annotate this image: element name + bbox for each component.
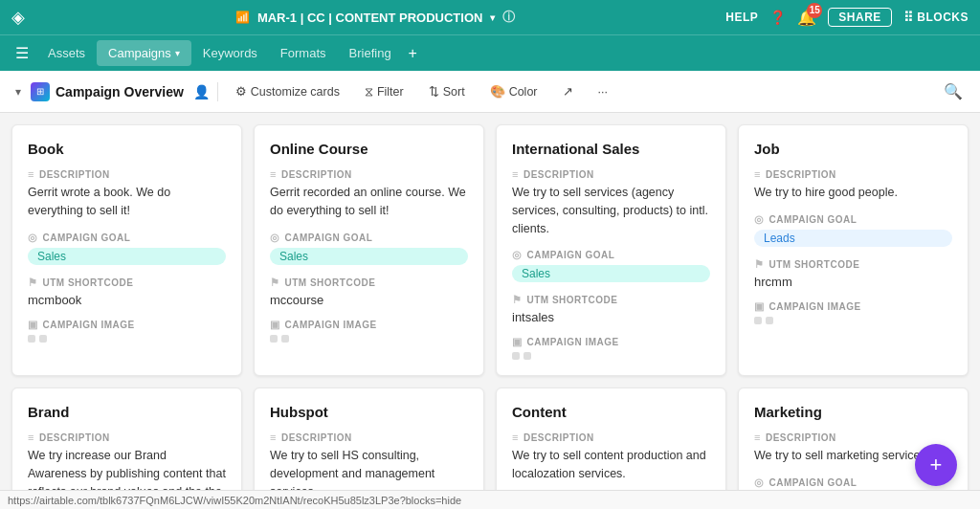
description-label: ≡ DESCRIPTION xyxy=(28,168,226,180)
card-title: International Sales xyxy=(512,141,710,157)
share-icon: ↗ xyxy=(563,84,573,99)
blocks-label: BLOCKS xyxy=(917,11,969,24)
goal-label: ◎ CAMPAIGN GOAL xyxy=(512,249,710,261)
image-label: ▣ CAMPAIGN IMAGE xyxy=(512,336,710,348)
add-record-fab[interactable]: + xyxy=(915,444,957,486)
info-icon[interactable]: ⓘ xyxy=(502,9,515,26)
utm-value: hrcmm xyxy=(754,275,952,289)
nav-campaigns-label: Campaigns xyxy=(108,46,171,60)
image-icon: ▣ xyxy=(512,336,523,348)
image-section: ▣ CAMPAIGN IMAGE xyxy=(754,300,952,324)
goal-badge: Sales xyxy=(28,248,226,265)
hamburger-menu[interactable]: ☰ xyxy=(8,38,36,68)
utm-icon: ⚑ xyxy=(754,258,765,271)
dropdown-arrow[interactable]: ▾ xyxy=(490,12,495,23)
description-label: ≡ DESCRIPTION xyxy=(754,168,952,180)
nav-item-campaigns[interactable]: Campaigns ▾ xyxy=(97,40,191,66)
image-label: ▣ CAMPAIGN IMAGE xyxy=(28,319,226,331)
more-options-button[interactable]: ··· xyxy=(589,80,617,103)
help-icon[interactable]: ❓ xyxy=(769,10,786,25)
sort-label: Sort xyxy=(443,85,465,99)
people-icon[interactable]: 👤 xyxy=(193,84,210,100)
image-dot xyxy=(270,335,278,343)
image-dot xyxy=(754,317,762,324)
status-bar: https://airtable.com/tblk6737FQnM6LJCW/v… xyxy=(0,490,980,509)
image-label: ▣ CAMPAIGN IMAGE xyxy=(754,300,952,313)
image-dot xyxy=(281,335,289,343)
description-icon: ≡ xyxy=(754,432,761,443)
image-dot xyxy=(523,352,531,360)
utm-value: mcmbook xyxy=(28,293,226,307)
customize-label: Customize cards xyxy=(251,85,340,99)
top-bar-title-area: 📶 MAR-1 | CC | CONTENT PRODUCTION ▾ ⓘ xyxy=(235,9,516,26)
utm-section: ⚑ UTM SHORTCODE intsales xyxy=(512,294,710,324)
campaign-card[interactable]: Online Course ≡ DESCRIPTION Gerrit recor… xyxy=(254,124,484,376)
campaign-card[interactable]: Book ≡ DESCRIPTION Gerrit wrote a book. … xyxy=(11,124,242,376)
image-dot xyxy=(766,317,773,324)
nav-item-keywords[interactable]: Keywords xyxy=(191,40,269,66)
customize-cards-button[interactable]: ⚙ Customize cards xyxy=(226,79,349,103)
goal-icon: ◎ xyxy=(270,232,280,244)
share-view-button[interactable]: ↗ xyxy=(553,79,583,103)
utm-section: ⚑ UTM SHORTCODE mccourse xyxy=(270,277,468,307)
color-button[interactable]: 🎨 Color xyxy=(480,79,547,103)
help-label[interactable]: HELP xyxy=(725,11,758,24)
card-title: Job xyxy=(754,141,952,157)
main-content: Book ≡ DESCRIPTION Gerrit wrote a book. … xyxy=(0,113,980,509)
utm-label: ⚑ UTM SHORTCODE xyxy=(754,258,952,271)
toolbar-divider-1 xyxy=(217,82,218,101)
nav-item-assets[interactable]: Assets xyxy=(36,40,97,66)
view-collapse-toggle[interactable]: ▾ xyxy=(11,81,25,102)
view-title-text[interactable]: Campaign Overview xyxy=(56,84,184,100)
utm-value: mccourse xyxy=(270,293,468,307)
image-placeholder xyxy=(28,335,226,343)
sort-button[interactable]: ⇅ Sort xyxy=(419,79,475,103)
description-label: ≡ DESCRIPTION xyxy=(28,432,226,443)
blocks-button[interactable]: ⠿ BLOCKS xyxy=(903,10,969,25)
description-label: ≡ DESCRIPTION xyxy=(512,168,710,180)
nav-item-formats[interactable]: Formats xyxy=(269,40,338,66)
nav-assets-label: Assets xyxy=(48,46,85,60)
add-view-button[interactable]: + xyxy=(403,41,423,66)
filter-button[interactable]: ⧖ Filter xyxy=(355,79,413,104)
description-label: ≡ DESCRIPTION xyxy=(270,432,468,443)
color-icon: 🎨 xyxy=(490,84,505,99)
goal-badge: Sales xyxy=(270,248,468,265)
card-title: Content xyxy=(512,404,710,420)
description-icon: ≡ xyxy=(512,432,519,443)
campaign-card[interactable]: Job ≡ DESCRIPTION We try to hire good pe… xyxy=(738,124,969,376)
image-section: ▣ CAMPAIGN IMAGE xyxy=(512,336,710,360)
goal-icon: ◎ xyxy=(754,476,765,489)
goal-badge: Sales xyxy=(512,265,710,282)
image-section: ▣ CAMPAIGN IMAGE xyxy=(28,319,226,343)
image-dot xyxy=(512,352,520,360)
image-placeholder xyxy=(754,317,952,324)
nav-keywords-label: Keywords xyxy=(203,46,257,60)
description-label: ≡ DESCRIPTION xyxy=(270,168,468,180)
notification-area[interactable]: 🔔 15 xyxy=(797,9,816,27)
description-icon: ≡ xyxy=(270,432,277,443)
cards-grid: Book ≡ DESCRIPTION Gerrit wrote a book. … xyxy=(11,124,969,509)
view-title-group: ⊞ Campaign Overview xyxy=(31,82,184,101)
card-description: Gerrit wrote a book. We do everything to… xyxy=(28,184,226,220)
goal-icon: ◎ xyxy=(28,232,38,244)
image-icon: ▣ xyxy=(270,319,280,331)
card-title: Online Course xyxy=(270,141,468,157)
share-button[interactable]: SHARE xyxy=(828,8,892,27)
campaign-card[interactable]: International Sales ≡ DESCRIPTION We try… xyxy=(496,124,726,376)
image-placeholder xyxy=(512,352,710,360)
description-icon: ≡ xyxy=(512,168,519,180)
utm-label: ⚑ UTM SHORTCODE xyxy=(512,294,710,306)
filter-icon: ⧖ xyxy=(365,84,373,100)
search-button[interactable]: 🔍 xyxy=(938,78,969,104)
nav-item-briefing[interactable]: Briefing xyxy=(338,40,403,66)
app-logo: ◈ xyxy=(11,7,25,28)
view-icon: ⊞ xyxy=(31,82,50,101)
status-url: https://airtable.com/tblk6737FQnM6LJCW/v… xyxy=(8,495,461,506)
nav-bar: ☰ Assets Campaigns ▾ Keywords Formats Br… xyxy=(0,34,980,71)
top-bar-right: HELP ❓ 🔔 15 SHARE ⠿ BLOCKS xyxy=(725,8,969,27)
card-title: Marketing xyxy=(754,404,952,420)
utm-section: ⚑ UTM SHORTCODE mcmbook xyxy=(28,277,226,307)
more-icon: ··· xyxy=(598,85,608,99)
toolbar-left: ▾ ⊞ Campaign Overview 👤 ⚙ Customize card… xyxy=(11,79,932,104)
